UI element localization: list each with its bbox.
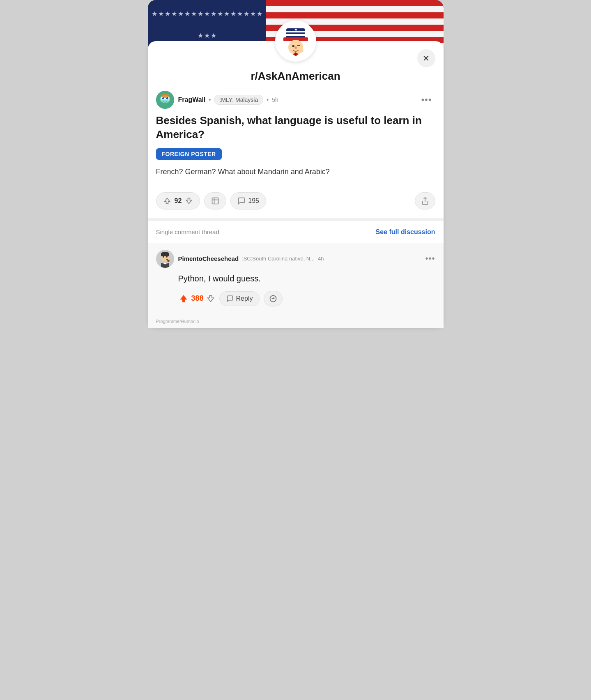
comment-more-button[interactable]: ••• [425, 254, 435, 263]
comment-area: PimentoCheesehead :SC:South Carolina nat… [148, 243, 444, 315]
flag-star: ★ [244, 11, 249, 17]
post-time: 5h [272, 97, 278, 103]
flag-star: ★ [257, 11, 262, 17]
flag-star: ★ [171, 11, 177, 17]
flag-star: ★ [158, 11, 164, 17]
vote-count: 92 [175, 197, 182, 205]
subreddit-avatar-wrapper: ★ [148, 21, 444, 62]
flag-star: ★ [184, 11, 190, 17]
svg-rect-28 [161, 253, 169, 256]
flag-star: ★ [191, 11, 197, 17]
commenter-avatar-icon [156, 250, 174, 268]
comment-count: 195 [248, 197, 259, 205]
flag-star: ★ [217, 11, 223, 17]
subreddit-avatar: ★ [275, 21, 316, 62]
svg-point-31 [167, 260, 170, 262]
comment-award-button[interactable] [264, 291, 283, 306]
more-icon: ••• [421, 94, 432, 105]
svg-point-20 [161, 94, 169, 98]
comment-button[interactable]: 195 [230, 192, 266, 210]
post-meta: FragWall • :MLY: Malaysia • 5h [178, 95, 414, 105]
commenter-name[interactable]: PimentoCheesehead [178, 255, 239, 262]
comment-award-icon [269, 295, 277, 303]
svg-point-7 [292, 45, 294, 47]
flag-star: ★ [237, 11, 243, 17]
upvote-button[interactable] [163, 197, 171, 205]
svg-point-30 [166, 256, 168, 258]
watermark: ProgrammerHumor.io [148, 315, 444, 328]
svg-rect-10 [300, 46, 302, 51]
downvote-button[interactable] [185, 197, 193, 205]
commenter-flair: :SC:South Carolina native, N... [242, 256, 315, 262]
svg-point-29 [163, 256, 164, 258]
flag-star: ★ [178, 11, 184, 17]
share-button[interactable] [415, 192, 435, 210]
post-author-avatar[interactable] [156, 91, 174, 109]
comment-body: Python, I would guess. [156, 271, 435, 291]
svg-rect-21 [212, 198, 218, 204]
share-icon [421, 197, 429, 205]
comment-actions: 388 Reply [156, 291, 435, 306]
flag-star: ★ [165, 11, 170, 17]
comment-header: PimentoCheesehead :SC:South Carolina nat… [156, 250, 435, 268]
comment-upvote-icon [178, 293, 189, 304]
upvote-icon [163, 197, 171, 205]
flag-star: ★ [250, 11, 256, 17]
post-action-bar: 92 195 [148, 186, 444, 218]
commenter-avatar[interactable] [156, 250, 174, 268]
comment-meta: PimentoCheesehead :SC:South Carolina nat… [178, 255, 421, 262]
vote-controls: 92 [156, 192, 200, 210]
award-icon [211, 197, 219, 205]
subreddit-mascot-icon: ★ [277, 23, 314, 60]
post-body: French? German? What about Mandarin and … [148, 166, 444, 186]
reply-label: Reply [236, 295, 253, 302]
flag-star: ★ [224, 11, 230, 17]
comment-downvote-button[interactable] [206, 294, 215, 303]
reply-icon [226, 295, 234, 302]
comment-vote-group: 388 [178, 293, 215, 304]
meta-dot-2: • [267, 97, 269, 103]
page-wrapper: ★ ★ ★ ★ ★ ★ ★ ★ ★ ★ ★ ★ ★ ★ ★ ★ ★ ★ ★ ★ … [148, 0, 444, 350]
comment-icon [237, 197, 246, 205]
comment-vote-count: 388 [191, 294, 204, 303]
comment-section-header: Single comment thread See full discussio… [148, 221, 444, 243]
award-button[interactable] [204, 192, 226, 210]
meta-dot-1: • [209, 97, 211, 103]
post-header: FragWall • :MLY: Malaysia • 5h ••• [148, 91, 444, 114]
comment-upvote-button[interactable] [178, 293, 189, 304]
flag-star: ★ [198, 11, 203, 17]
post-more-button[interactable]: ••• [418, 93, 435, 107]
post-tag: FOREIGN POSTER [156, 148, 222, 160]
section-divider [148, 218, 444, 221]
main-card: ✕ ★ [148, 41, 444, 328]
post-author-flair: :MLY: Malaysia [214, 95, 263, 105]
post-title: Besides Spanish, what language is useful… [148, 114, 444, 148]
thread-label: Single comment thread [156, 228, 219, 235]
svg-point-11 [295, 53, 297, 55]
svg-point-8 [294, 46, 297, 49]
downvote-icon [185, 197, 193, 205]
see-full-discussion-button[interactable]: See full discussion [376, 228, 435, 236]
reply-button[interactable]: Reply [219, 291, 260, 306]
comment-more-icon: ••• [425, 254, 435, 263]
svg-point-18 [162, 97, 163, 98]
comment-downvote-icon [206, 294, 215, 303]
flag-star: ★ [152, 11, 157, 17]
subreddit-name: r/AskAnAmerican [148, 70, 444, 91]
comment-time: 4h [318, 256, 324, 262]
svg-rect-3 [286, 34, 305, 36]
author-avatar-icon [156, 91, 174, 109]
flag-star: ★ [204, 11, 210, 17]
svg-text:★: ★ [294, 27, 297, 32]
flag-star: ★ [211, 11, 216, 17]
post-author-name[interactable]: FragWall [178, 96, 206, 104]
flag-star: ★ [230, 11, 236, 17]
